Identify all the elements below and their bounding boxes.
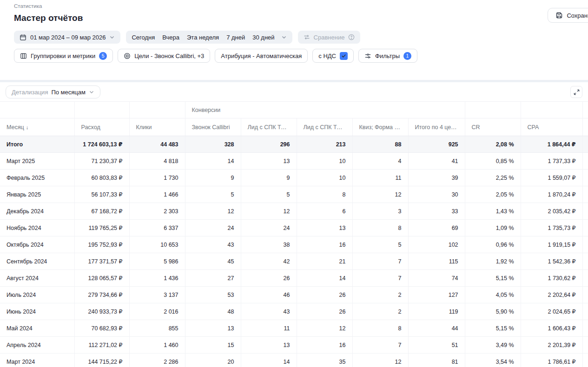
group-header-row: Конверсии (0, 102, 588, 118)
table-row: Март 2025 71 230,37 ₽ 4 818 14 13 10 4 4… (0, 153, 588, 170)
column-header-lead-spk-2[interactable]: Лид с СПК Тильд… (297, 118, 352, 136)
goals-button[interactable]: Цели - Звонок Callibri, +3 (118, 49, 210, 63)
cr-cell: 1,43 % (465, 203, 521, 220)
cost-cell: 177 371,57 ₽ (74, 253, 129, 270)
detail-level-select[interactable]: Детализация По месяцам (6, 85, 100, 98)
cr-cell: 2,05 % (465, 186, 521, 203)
lead-spk-2-cell: 6 (297, 203, 352, 220)
clicks-cell: 1 466 (129, 186, 185, 203)
filters-button[interactable]: Фильтры 1 (358, 49, 417, 63)
column-header-cost[interactable]: Расход (74, 118, 129, 136)
total-4-goals-cell: 44 (408, 320, 465, 337)
cpa-cell: 1 870,24 ₽ (521, 186, 582, 203)
quick-range-option[interactable]: Эта неделя (183, 34, 223, 41)
cr-cell: 4,05 % (465, 287, 521, 303)
cr-cell: 3,49 % (465, 337, 521, 354)
cpa-cell: 2 035,42 ₽ (521, 203, 582, 220)
cpa-cell: 1 735,73 ₽ (521, 220, 582, 236)
column-header-total-4-goals[interactable]: Итого по 4 целям (408, 118, 465, 136)
cost-cell: 60 803,83 ₽ (74, 170, 129, 186)
quick-range-option[interactable]: Вчера (159, 34, 183, 41)
quick-range-option[interactable]: 30 дней (249, 34, 278, 41)
cost-cell: 71 230,37 ₽ (74, 153, 129, 170)
cost-cell: 67 168,72 ₽ (74, 203, 129, 220)
compare-arrows-icon (304, 34, 310, 40)
lead-spk-2-cell: 35 (297, 354, 352, 367)
row-overflow (582, 203, 588, 220)
month-cell: Сентябрь 2024 (0, 253, 74, 270)
lead-spk-2-cell: 16 (297, 337, 352, 354)
cpa-cell: 1 559,07 ₽ (521, 170, 582, 186)
quick-range-option[interactable]: 7 дней (223, 34, 249, 41)
lead-spk-2-cell: 14 (297, 270, 352, 287)
cpa-cell: 1 919,15 ₽ (521, 236, 582, 253)
vat-toggle[interactable]: с НДС (312, 49, 354, 63)
call-callibri-cell: 15 (185, 337, 241, 354)
totals-row: Итого 1 724 603,13 ₽ 44 483 328 296 213 … (0, 136, 588, 153)
vat-label: с НДС (318, 52, 336, 59)
totals-total-4-goals: 925 (408, 136, 465, 153)
chevron-down-icon (89, 89, 94, 95)
columns-icon (20, 52, 27, 59)
quick-range-option[interactable]: Сегодня (132, 34, 159, 41)
column-header-cr[interactable]: CR (465, 118, 521, 136)
table-row: Ноябрь 2024 119 765,25 ₽ 6 337 24 24 13 … (0, 220, 588, 236)
totals-clicks: 44 483 (129, 136, 185, 153)
cpa-cell: 1 542,36 ₽ (521, 253, 582, 270)
total-4-goals-cell: 69 (408, 220, 465, 236)
call-callibri-cell: 13 (185, 320, 241, 337)
month-cell: Июль 2024 (0, 287, 74, 303)
chevron-down-icon[interactable] (278, 34, 287, 40)
totals-cpa: 1 864,44 ₽ (521, 136, 582, 153)
call-callibri-cell: 24 (185, 220, 241, 236)
cost-cell: 195 752,93 ₽ (74, 236, 129, 253)
lead-spk-1-cell: 5 (241, 186, 297, 203)
date-range-picker[interactable]: 01 мар 2024 – 09 мар 2026 (14, 31, 120, 44)
lead-spk-1-cell: 12 (241, 203, 297, 220)
chevron-down-icon (109, 34, 115, 40)
column-header-clicks[interactable]: Клики (129, 118, 185, 136)
cr-cell: 2,25 % (465, 170, 521, 186)
column-header-lead-spk-1[interactable]: Лид с СПК Тильд… (241, 118, 297, 136)
vat-checkbox-checked[interactable] (340, 52, 348, 60)
total-4-goals-cell: 41 (408, 153, 465, 170)
row-overflow (582, 153, 588, 170)
cpa-cell: 2 202,64 ₽ (521, 287, 582, 303)
clicks-cell: 5 986 (129, 253, 185, 270)
table-row: Июль 2024 279 734,66 ₽ 3 137 53 46 26 2 … (0, 287, 588, 303)
call-callibri-cell: 27 (185, 270, 241, 287)
comparison-toggle[interactable]: Сравнение (298, 31, 361, 44)
column-header-cpa[interactable]: CPA (521, 118, 582, 136)
groupings-metrics-button[interactable]: Группировки и метрики 5 (14, 49, 113, 63)
quiz-form-cell: 12 (352, 186, 408, 203)
column-header-month[interactable]: Месяц↓ (0, 118, 74, 136)
attribution-label: Атрибуция - Автоматическая (221, 52, 302, 59)
table-row: Октябрь 2024 195 752,93 ₽ 10 653 43 38 1… (0, 236, 588, 253)
month-cell: Ноябрь 2024 (0, 220, 74, 236)
report-table: Конверсии Месяц↓ Расход Клики Звонок Cal… (0, 101, 588, 367)
clicks-cell: 1 460 (129, 337, 185, 354)
breadcrumb[interactable]: Статистика (14, 3, 588, 9)
month-cell: Декабрь 2024 (0, 203, 74, 220)
question-icon[interactable] (348, 34, 355, 40)
month-cell: Май 2024 (0, 320, 74, 337)
column-header-call-callibri[interactable]: Звонок Callibri (185, 118, 241, 136)
month-cell: Февраль 2025 (0, 170, 74, 186)
cr-cell: 0,85 % (465, 153, 521, 170)
lead-spk-1-cell: 9 (241, 170, 297, 186)
clicks-cell: 6 337 (129, 220, 185, 236)
cr-cell: 5,15 % (465, 270, 521, 287)
empty-group-cell (74, 102, 129, 118)
save-report-button[interactable]: Сохранить (548, 8, 588, 23)
column-header-quiz-form[interactable]: Квиз; Форма усп… (352, 118, 408, 136)
cpa-cell: 1 786,61 ₽ (521, 354, 582, 367)
target-icon (124, 52, 131, 59)
attribution-button[interactable]: Атрибуция - Автоматическая (215, 49, 308, 63)
cost-cell: 112 271,02 ₽ (74, 337, 129, 354)
fullscreen-button[interactable] (570, 86, 582, 98)
total-4-goals-cell: 102 (408, 236, 465, 253)
detail-value: По месяцам (51, 89, 86, 96)
empty-group-cell (582, 102, 588, 118)
date-filters-row: 01 мар 2024 – 09 мар 2026 СегодняВчераЭт… (14, 31, 588, 44)
empty-group-cell (521, 102, 582, 118)
